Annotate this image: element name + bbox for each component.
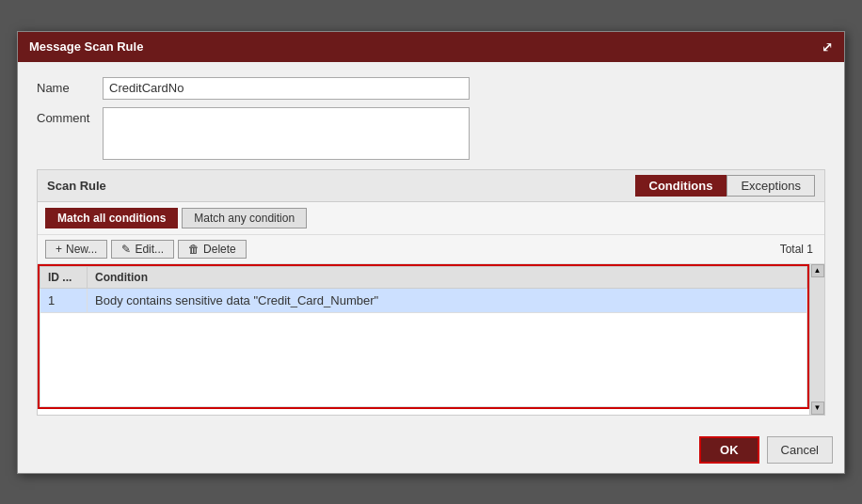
col-header-condition: Condition — [88, 266, 807, 288]
scroll-up[interactable]: ▲ — [811, 264, 824, 277]
expand-icon[interactable]: ⤢ — [822, 39, 833, 55]
new-button-label: New... — [66, 243, 97, 256]
match-toolbar: Match all conditions Match any condition — [38, 202, 824, 235]
row-id: 1 — [40, 288, 88, 312]
comment-row: Comment — [37, 107, 825, 160]
dialog-titlebar: Message Scan Rule ⤢ — [18, 32, 844, 62]
comment-label: Comment — [37, 107, 103, 125]
tab-exceptions[interactable]: Exceptions — [726, 175, 815, 197]
delete-button-label: Delete — [203, 243, 236, 256]
empty-cell — [40, 312, 807, 406]
delete-icon: 🗑 — [188, 243, 200, 256]
scan-rule-title: Scan Rule — [47, 179, 106, 193]
dialog-message-scan-rule: Message Scan Rule ⤢ Name Comment Scan Ru… — [17, 31, 845, 474]
total-label: Total 1 — [780, 243, 817, 256]
selected-table-container: ID ... Condition 1 Body contains sensiti… — [38, 264, 809, 409]
cancel-button[interactable]: Cancel — [767, 436, 833, 464]
table-header: ID ... Condition — [40, 266, 807, 288]
name-row: Name — [37, 77, 825, 100]
match-any-btn[interactable]: Match any condition — [182, 208, 307, 228]
table-body: 1 Body contains sensitive data "Credit_C… — [40, 288, 807, 406]
dialog-body: Name Comment Scan Rule Conditions Except… — [18, 62, 844, 427]
new-button[interactable]: + New... — [45, 240, 107, 259]
table-row[interactable]: 1 Body contains sensitive data "Credit_C… — [40, 288, 807, 312]
scan-rule-header: Scan Rule Conditions Exceptions — [38, 170, 824, 202]
conditions-table: ID ... Condition 1 Body contains sensiti… — [40, 266, 807, 407]
edit-button[interactable]: ✎ Edit... — [111, 240, 174, 259]
scroll-down[interactable]: ▼ — [811, 402, 824, 415]
ok-button[interactable]: OK — [699, 436, 759, 464]
table-scroll-container: ID ... Condition 1 Body contains sensiti… — [38, 264, 824, 415]
edit-icon: ✎ — [121, 243, 131, 256]
edit-button-label: Edit... — [135, 243, 164, 256]
header-row: ID ... Condition — [40, 266, 807, 288]
conditions-content: Match all conditions Match any condition… — [38, 202, 824, 415]
plus-icon: + — [56, 243, 62, 256]
match-all-btn[interactable]: Match all conditions — [45, 208, 178, 228]
dialog-footer: OK Cancel — [18, 427, 844, 473]
scan-rule-section: Scan Rule Conditions Exceptions Match al… — [37, 169, 825, 416]
table-inner: ID ... Condition 1 Body contains sensiti… — [38, 264, 809, 409]
action-buttons: + New... ✎ Edit... 🗑 Delete — [45, 240, 247, 259]
col-header-id: ID ... — [40, 266, 88, 288]
empty-row — [40, 312, 807, 406]
delete-button[interactable]: 🗑 Delete — [178, 240, 247, 259]
row-condition: Body contains sensitive data "Credit_Car… — [88, 288, 807, 312]
action-toolbar: + New... ✎ Edit... 🗑 Delete Total 1 — [38, 235, 824, 264]
tab-conditions[interactable]: Conditions — [635, 175, 727, 197]
name-input[interactable] — [103, 77, 470, 100]
tabs-container: Conditions Exceptions — [635, 175, 815, 197]
dialog-title: Message Scan Rule — [29, 39, 143, 54]
scrollbar[interactable]: ▲ ▼ — [809, 264, 824, 415]
comment-textarea[interactable] — [103, 107, 470, 160]
name-label: Name — [37, 77, 103, 95]
